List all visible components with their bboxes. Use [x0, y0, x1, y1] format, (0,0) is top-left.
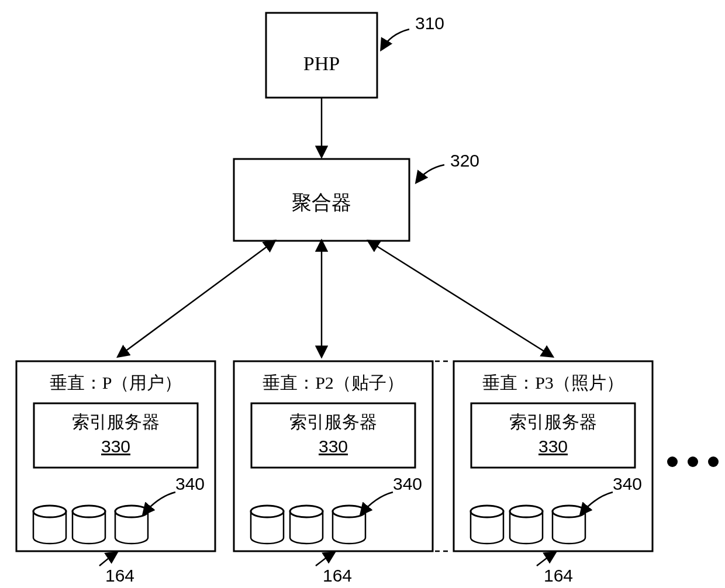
cylinder-3b [510, 506, 543, 544]
svg-point-2 [72, 506, 105, 517]
ref-164-1: 164 [105, 566, 134, 585]
vertical-3-title: 垂直：P3（照片） [482, 373, 624, 392]
cylinder-2b [290, 506, 323, 544]
callout-310 [381, 29, 409, 50]
cylinder-3a [471, 506, 503, 544]
index-server-number-1: 330 [101, 437, 130, 456]
callout-164-1 [99, 552, 117, 566]
arrow-agg-v3 [368, 241, 553, 357]
vertical-2-title: 垂直：P2（贴子） [263, 373, 404, 392]
cylinder-1c [115, 506, 148, 544]
index-server-label-3: 索引服务器 [509, 412, 597, 431]
ref-340-3: 340 [613, 474, 642, 493]
svg-point-13 [688, 456, 698, 467]
callout-164-3 [537, 552, 555, 566]
cylinder-1b [72, 506, 105, 544]
svg-point-7 [333, 506, 365, 517]
cylinder-2c [333, 506, 365, 544]
system-architecture-diagram: PHP 310 聚合器 320 垂直：P（用户） 索引服务器 330 340 [0, 0, 725, 588]
svg-point-12 [667, 456, 678, 467]
aggregator-label: 聚合器 [292, 192, 351, 213]
vertical-3: 垂直：P3（照片） 索引服务器 330 340 164 [454, 361, 652, 585]
svg-point-11 [553, 506, 585, 517]
ref-340-2: 340 [393, 474, 422, 493]
cylinder-1a [33, 506, 66, 544]
svg-point-5 [251, 506, 284, 517]
cylinder-3c [553, 506, 585, 544]
svg-point-9 [471, 506, 503, 517]
svg-point-1 [33, 506, 66, 517]
svg-point-6 [290, 506, 323, 517]
index-server-number-3: 330 [538, 437, 568, 456]
php-label: PHP [303, 53, 340, 74]
callout-164-2 [316, 552, 334, 566]
cylinder-2a [251, 506, 284, 544]
ref-164-3: 164 [544, 566, 573, 585]
more-icon [667, 456, 719, 467]
index-server-label-1: 索引服务器 [72, 412, 160, 431]
arrow-agg-v1 [118, 241, 275, 357]
vertical-1: 垂直：P（用户） 索引服务器 330 340 164 [16, 361, 215, 585]
ref-164-2: 164 [323, 566, 352, 585]
svg-point-3 [115, 506, 148, 517]
index-server-label-2: 索引服务器 [289, 412, 377, 431]
ref-320: 320 [450, 151, 479, 170]
svg-point-14 [708, 456, 719, 467]
callout-320 [416, 165, 444, 182]
vertical-2: 垂直：P2（贴子） 索引服务器 330 340 164 [234, 361, 433, 585]
vertical-1-title: 垂直：P（用户） [50, 373, 182, 392]
ref-340-1: 340 [175, 474, 205, 493]
svg-point-10 [510, 506, 543, 517]
index-server-number-2: 330 [319, 437, 348, 456]
ref-310: 310 [415, 13, 444, 33]
